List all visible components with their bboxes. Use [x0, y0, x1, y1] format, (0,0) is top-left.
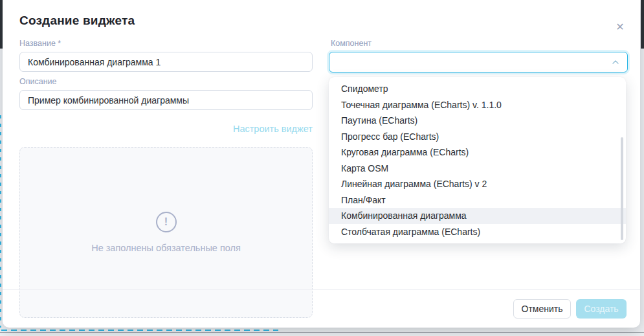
dropdown-item[interactable]: Карта OSM — [329, 161, 626, 177]
exclamation-circle-icon: ! — [156, 212, 177, 232]
dropdown-item[interactable]: Паутина (ECharts) — [329, 113, 626, 129]
modal-title: Создание виджета — [19, 14, 135, 28]
dropdown-item[interactable]: Спидометр — [329, 81, 626, 97]
dropdown-item[interactable]: План/Факт — [329, 192, 626, 208]
create-button[interactable]: Создать — [576, 299, 627, 319]
background-dashed-accent-bottom — [1, 330, 278, 331]
background-dashed-accent-left — [0, 115, 1, 328]
close-icon[interactable]: ✕ — [613, 19, 627, 34]
dropdown-item-highlighted[interactable]: Комбинированная диаграмма — [329, 208, 626, 224]
dropdown-scrollbar-thumb[interactable] — [621, 137, 623, 240]
footer-divider — [3, 289, 640, 290]
description-input[interactable] — [19, 90, 313, 110]
chevron-up-icon[interactable] — [612, 60, 619, 65]
placeholder-text: Не заполнены обязательные поля — [91, 243, 241, 253]
component-combobox[interactable] — [329, 52, 628, 73]
component-input[interactable] — [337, 57, 612, 67]
description-field-label: Описание — [19, 77, 57, 86]
widget-preview-placeholder: ! Не заполнены обязательные поля — [19, 147, 313, 318]
background-dark-edge-right — [641, 0, 644, 49]
background-divider-line — [0, 332, 644, 333]
component-field-label: Компонент — [331, 39, 372, 48]
cancel-button[interactable]: Отменить — [513, 299, 571, 319]
create-widget-modal: Создание виджета ✕ Название * Описание Н… — [3, 0, 640, 328]
dropdown-item[interactable]: Точечная диаграмма (ECharts) v. 1.1.0 — [329, 97, 626, 113]
component-dropdown-list: Спидометр Точечная диаграмма (ECharts) v… — [329, 77, 626, 243]
name-field-label: Название * — [19, 39, 61, 48]
configure-widget-link[interactable]: Настроить виджет — [19, 124, 313, 134]
dropdown-item[interactable]: Круговая диаграмма (ECharts) — [329, 144, 626, 161]
dropdown-item[interactable]: Линейная диаграмма (ECharts) v 2 — [329, 176, 626, 192]
dropdown-item[interactable]: Столбчатая диаграмма (ECharts) — [329, 224, 626, 240]
dropdown-item[interactable]: Прогресс бар (ECharts) — [329, 129, 626, 145]
name-input[interactable] — [19, 52, 313, 72]
